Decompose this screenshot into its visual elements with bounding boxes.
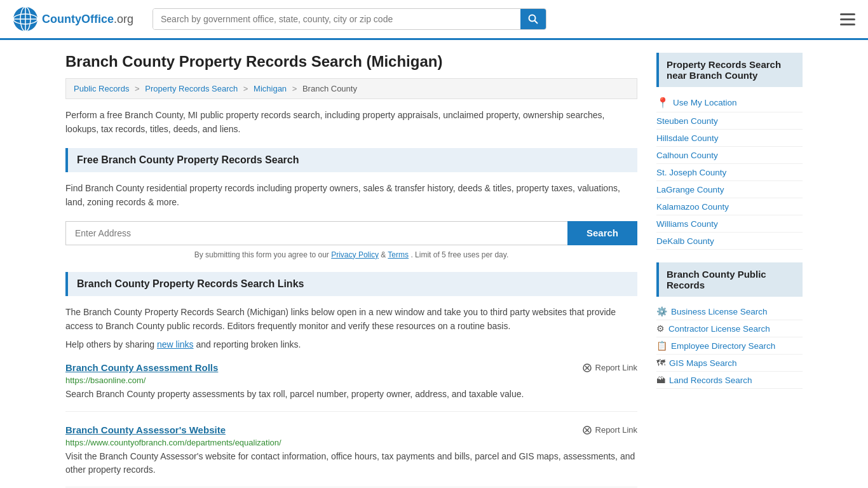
link-desc-2: Visit the Branch County Assessor's websi… xyxy=(65,450,637,477)
hamburger-line-1 xyxy=(840,13,855,15)
link-item-assessment-rolls: Branch County Assessment Rolls Report Li… xyxy=(65,362,637,412)
report-link-button-1[interactable]: Report Link xyxy=(582,363,637,373)
list-item: Calhoun County xyxy=(656,147,803,164)
county-link-calhoun[interactable]: Calhoun County xyxy=(656,151,718,160)
privacy-policy-link[interactable]: Privacy Policy xyxy=(331,250,379,259)
list-item: Hillsdale County xyxy=(656,130,803,147)
svg-point-5 xyxy=(529,15,536,22)
public-records-list: ⚙️ Business License Search ⚙ Contractor … xyxy=(656,303,803,389)
free-search-header: Free Branch County Property Records Sear… xyxy=(65,148,637,172)
address-search-button[interactable]: Search xyxy=(567,221,637,245)
report-icon-1 xyxy=(582,363,592,373)
link-url-2: https://www.countyofbranch.com/departmen… xyxy=(65,438,637,447)
public-records-header: Branch County Public Records xyxy=(656,262,803,297)
breadcrumb-branch-county: Branch County xyxy=(302,84,357,93)
list-item: 🗺 GIS Maps Search xyxy=(656,355,803,372)
breadcrumb-sep-1: > xyxy=(135,84,140,93)
business-license-link[interactable]: Business License Search xyxy=(671,307,768,316)
county-link-lagrange[interactable]: LaGrange County xyxy=(656,185,724,194)
county-link-steuben[interactable]: Steuben County xyxy=(656,116,718,126)
nearby-header: Property Records Search near Branch Coun… xyxy=(656,53,803,87)
county-link-williams[interactable]: Williams County xyxy=(656,219,718,229)
page-title: Branch County Property Records Search (M… xyxy=(65,53,637,71)
contractor-license-link[interactable]: Contractor License Search xyxy=(668,324,770,334)
county-link-kalamazoo[interactable]: Kalamazoo County xyxy=(656,202,729,212)
hamburger-menu[interactable] xyxy=(840,13,855,25)
address-input[interactable] xyxy=(65,221,567,245)
breadcrumb: Public Records > Property Records Search… xyxy=(65,78,637,99)
list-item: DeKalb County xyxy=(656,233,803,250)
county-link-hillsdale[interactable]: Hillsdale County xyxy=(656,133,719,143)
global-search-input[interactable] xyxy=(153,9,520,29)
links-description: The Branch County Property Records Searc… xyxy=(65,305,637,334)
breadcrumb-public-records[interactable]: Public Records xyxy=(74,84,129,93)
terms-link[interactable]: Terms xyxy=(388,250,409,259)
main-layout: Branch County Property Records Search (M… xyxy=(53,40,815,488)
employee-directory-icon: 📋 xyxy=(656,341,667,351)
logo-icon xyxy=(13,6,38,32)
link-item-header-1: Branch County Assessment Rolls Report Li… xyxy=(65,362,637,373)
list-item: ⚙️ Business License Search xyxy=(656,303,803,320)
hamburger-line-3 xyxy=(840,24,855,25)
nearby-counties-list: 📍 Use My Location Steuben County Hillsda… xyxy=(656,93,803,250)
list-item: 📋 Employee Directory Search xyxy=(656,337,803,355)
sidebar: Property Records Search near Branch Coun… xyxy=(656,53,803,488)
form-disclaimer: By submitting this form you agree to our… xyxy=(65,250,637,259)
breadcrumb-sep-2: > xyxy=(243,84,248,93)
use-location-link[interactable]: Use My Location xyxy=(673,98,737,107)
global-search-bar xyxy=(153,8,546,30)
breadcrumb-michigan[interactable]: Michigan xyxy=(254,84,287,93)
land-records-link[interactable]: Land Records Search xyxy=(669,376,752,385)
link-desc-1: Search Branch County property assessment… xyxy=(65,388,637,401)
gis-maps-icon: 🗺 xyxy=(656,358,665,368)
location-pin-icon: 📍 xyxy=(656,97,669,109)
list-item: Kalamazoo County xyxy=(656,198,803,215)
free-search-description: Find Branch County residential property … xyxy=(65,181,637,210)
link-url-1: https://bsaonline.com/ xyxy=(65,376,637,385)
link-title-assessor-website[interactable]: Branch County Assessor's Website xyxy=(65,424,226,435)
land-records-icon: 🏔 xyxy=(656,375,665,385)
link-title-assessment-rolls[interactable]: Branch County Assessment Rolls xyxy=(65,362,218,373)
gis-maps-link[interactable]: GIS Maps Search xyxy=(669,358,737,368)
list-item: 🏔 Land Records Search xyxy=(656,372,803,389)
use-my-location-item: 📍 Use My Location xyxy=(656,93,803,112)
new-links-link[interactable]: new links xyxy=(157,339,194,349)
search-icon xyxy=(528,14,538,24)
county-link-st-joseph[interactable]: St. Joseph County xyxy=(656,168,726,177)
business-license-icon: ⚙️ xyxy=(656,306,667,316)
county-link-dekalb[interactable]: DeKalb County xyxy=(656,236,714,246)
page-description: Perform a free Branch County, MI public … xyxy=(65,108,637,137)
report-link-button-2[interactable]: Report Link xyxy=(582,425,637,435)
breadcrumb-sep-3: > xyxy=(292,84,297,93)
main-content: Branch County Property Records Search (M… xyxy=(65,53,637,488)
svg-line-6 xyxy=(535,21,538,24)
employee-directory-link[interactable]: Employee Directory Search xyxy=(671,341,775,351)
contractor-license-icon: ⚙ xyxy=(656,323,665,334)
links-section-header: Branch County Property Records Search Li… xyxy=(65,272,637,296)
address-form: Search xyxy=(65,221,637,245)
global-search-button[interactable] xyxy=(520,9,546,29)
hamburger-line-2 xyxy=(840,18,855,20)
breadcrumb-property-records[interactable]: Property Records Search xyxy=(145,84,238,93)
site-header: CountyOffice.org xyxy=(0,0,868,40)
list-item: Williams County xyxy=(656,215,803,233)
logo-area: CountyOffice.org xyxy=(13,6,140,32)
list-item: Steuben County xyxy=(656,112,803,130)
share-text: Help others by sharing new links and rep… xyxy=(65,339,637,349)
list-item: LaGrange County xyxy=(656,181,803,198)
link-item-header-2: Branch County Assessor's Website Report … xyxy=(65,424,637,435)
link-item-assessor-website: Branch County Assessor's Website Report … xyxy=(65,424,637,487)
logo-text: CountyOffice.org xyxy=(42,13,133,26)
report-icon-2 xyxy=(582,425,592,435)
list-item: St. Joseph County xyxy=(656,164,803,181)
list-item: ⚙ Contractor License Search xyxy=(656,320,803,337)
